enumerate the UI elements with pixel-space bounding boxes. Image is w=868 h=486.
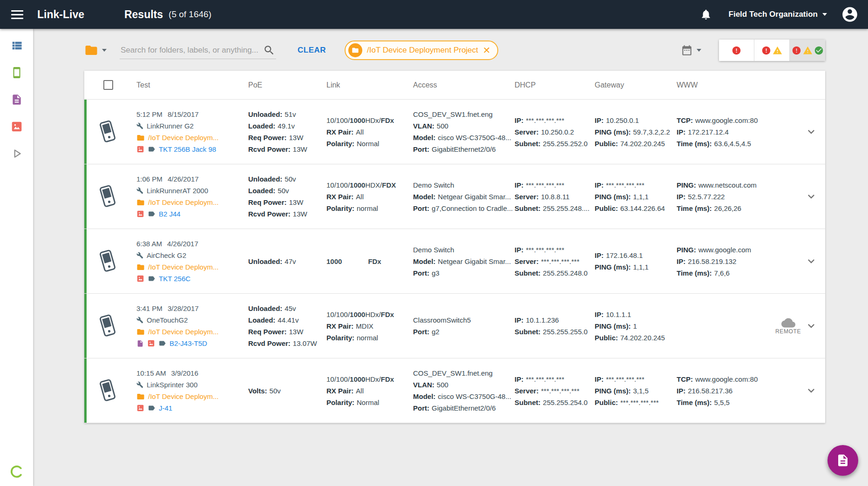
field-value: 13W (293, 208, 307, 220)
date-filter-dropdown[interactable] (681, 44, 701, 56)
label-line[interactable]: TKT 256C (136, 273, 243, 284)
table-row[interactable]: 10:15 AM3/9/2016LinkSprinter 300/IoT Dev… (84, 358, 825, 423)
data-line: IP:10.1.1.1 (595, 309, 671, 320)
result-time: 5:12 PM (136, 108, 163, 120)
gateway-cell: IP:***.***.***.***PING (ms):3,1,5Public:… (595, 358, 677, 423)
close-icon[interactable]: ✕ (483, 46, 491, 55)
image-icon (147, 339, 155, 347)
field-value: ***.***.***.*** (526, 179, 564, 191)
field-label: IP: (515, 179, 523, 191)
ring-logo-icon (10, 465, 24, 479)
select-all-checkbox[interactable] (103, 80, 113, 90)
folder-line[interactable]: /IoT Device Deploym... (136, 196, 243, 208)
field-value: ***.***.***.*** (606, 373, 644, 385)
column-header-dhcp: DHCP (515, 81, 595, 89)
data-line: Time (ms):7,6,6 (677, 267, 767, 279)
table-row[interactable]: 3:41 PM3/28/2017OneTouchG2/IoT Device De… (84, 294, 825, 358)
search-icon[interactable] (263, 44, 275, 56)
field-label: IP: (515, 115, 523, 126)
remote-label: REMOTE (775, 329, 801, 334)
org-selector[interactable]: Field Tech Organization (729, 10, 827, 19)
clear-filters-button[interactable]: CLEAR (298, 46, 326, 55)
test-cell: 5:12 PM8/15/2017LinkRunner G2/IoT Device… (136, 100, 248, 164)
data-line: Polarity:normal (326, 202, 407, 214)
poe-cell: Unloaded:50vLoaded:50vReq Power:13WRcvd … (248, 164, 326, 229)
field-value: ***.***.***.*** (606, 179, 644, 191)
table-row[interactable]: 6:38 AM4/26/2017AirCheck G2/IoT Device D… (84, 229, 825, 294)
poe-cell: Volts:50v (248, 358, 326, 423)
field-label: Req Power: (248, 132, 287, 143)
caret-down-icon (697, 49, 701, 52)
result-date: 3/9/2016 (171, 367, 198, 379)
data-line: TCP:www.google.com:80 (677, 373, 767, 385)
field-label: Model: (413, 256, 435, 267)
status-filter-toggle-0[interactable] (719, 40, 754, 61)
field-label: Loaded: (248, 185, 275, 196)
row-actions (773, 164, 825, 229)
field-value: 13W (289, 196, 304, 208)
folder-filter-dropdown[interactable] (84, 43, 107, 57)
sidebar-item-devices[interactable] (7, 62, 27, 83)
sidebar-item-reports[interactable] (7, 89, 27, 110)
search-input[interactable] (121, 46, 263, 55)
result-date: 3/28/2017 (168, 303, 199, 314)
chevron-down-icon[interactable] (805, 190, 818, 203)
data-line: ClassroomSwitch5 (413, 314, 509, 326)
device-image-cell (84, 358, 136, 423)
sidebar-item-play[interactable] (7, 143, 27, 164)
bell-icon[interactable] (700, 8, 712, 20)
sidebar-item-media[interactable] (7, 116, 27, 137)
field-label: Unloaded: (248, 173, 282, 185)
field-label: PING (ms): (595, 126, 631, 138)
field-label: PING (ms): (595, 261, 631, 273)
device-name-line: LinkRunner G2 (136, 120, 243, 132)
chevron-down-icon[interactable] (805, 319, 818, 332)
field-value: Normal (357, 397, 379, 408)
folder-line[interactable]: /IoT Device Deploym... (136, 326, 243, 338)
device-icon (98, 120, 117, 143)
data-line: Unloaded:50v (248, 173, 321, 185)
create-report-fab[interactable] (827, 445, 858, 476)
field-value: GigabitEthernet2/0/6 (432, 402, 496, 414)
chevron-down-icon[interactable] (805, 255, 818, 268)
app-brand: Link-Live (37, 8, 84, 21)
data-line: Time (ms):5,5,5 (677, 397, 767, 408)
menu-button[interactable] (11, 10, 23, 19)
data-line: IP:52.5.77.222 (677, 191, 767, 202)
label-line[interactable]: J-41 (136, 402, 243, 414)
field-label: Rcvd Power: (248, 338, 291, 349)
field-label: PING (ms): (595, 320, 631, 332)
field-value: Demo Switch (413, 179, 454, 191)
folder-line[interactable]: /IoT Device Deploym... (136, 391, 243, 402)
filter-chip-project[interactable]: /IoT Device Deployment Project ✕ (345, 40, 498, 60)
tag-icon (158, 339, 166, 347)
table-row[interactable]: 1:06 PM4/26/2017LinkRunnerAT 2000/IoT De… (84, 164, 825, 229)
field-value: g2 (432, 326, 440, 338)
result-label: B2-J43-T5D (170, 338, 207, 349)
data-line: Server:10.250.0.2 (515, 126, 589, 138)
table-row[interactable]: 5:12 PM8/15/2017LinkRunner G2/IoT Device… (84, 100, 825, 164)
folder-icon (136, 263, 145, 271)
result-time: 10:15 AM (136, 367, 166, 379)
field-label: RX Pair: (326, 385, 353, 397)
field-label: PING: (677, 179, 696, 191)
data-line: PING:www.netscout.com (677, 179, 767, 191)
label-line[interactable]: B2-J43-T5D (136, 338, 243, 349)
result-timestamp: 5:12 PM8/15/2017 (136, 108, 243, 120)
folder-line[interactable]: /IoT Device Deploym... (136, 261, 243, 273)
sidebar-item-results[interactable] (7, 35, 27, 56)
chevron-down-icon[interactable] (805, 384, 818, 397)
label-line[interactable]: TKT 256B Jack 98 (136, 143, 243, 155)
device-name-line: LinkRunnerAT 2000 (136, 185, 243, 196)
status-filter-toggle-2[interactable] (790, 40, 825, 61)
account-icon[interactable] (841, 6, 859, 23)
result-label: B2 J44 (159, 208, 181, 220)
row-actions (773, 100, 825, 164)
data-line: PING (ms):1,1,1 (595, 261, 671, 273)
filter-bar: CLEAR /IoT Device Deployment Project ✕ (84, 39, 825, 61)
label-line[interactable]: B2 J44 (136, 208, 243, 220)
field-value: cisco WS-C3750G-48... (438, 391, 511, 402)
folder-line[interactable]: /IoT Device Deploym... (136, 132, 243, 143)
status-filter-toggle-1[interactable] (754, 40, 790, 61)
chevron-down-icon[interactable] (805, 125, 818, 138)
